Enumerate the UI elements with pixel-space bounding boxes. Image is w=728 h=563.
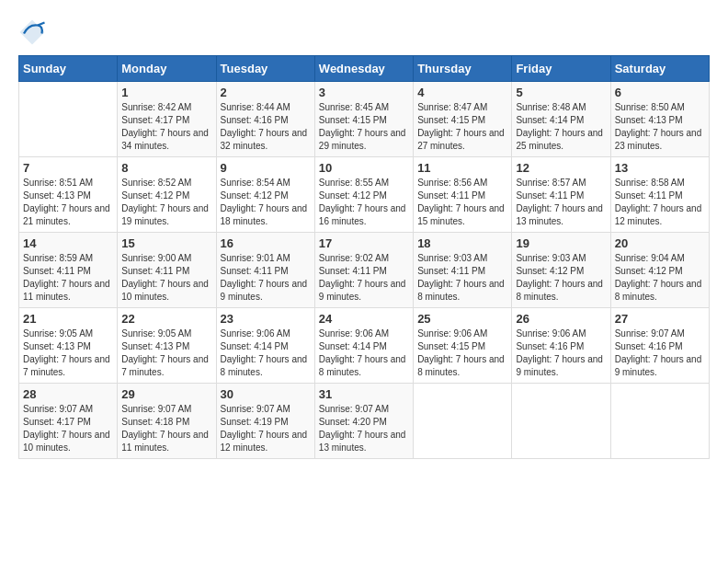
day-cell: 12 Sunrise: 8:57 AMSunset: 4:11 PMDaylig…: [512, 157, 610, 233]
day-cell: 22 Sunrise: 9:05 AMSunset: 4:13 PMDaylig…: [118, 308, 216, 384]
day-cell: 31 Sunrise: 9:07 AMSunset: 4:20 PMDaylig…: [314, 384, 413, 459]
day-number: 8: [121, 161, 211, 175]
day-info: Sunrise: 8:42 AMSunset: 4:17 PMDaylight:…: [121, 101, 211, 153]
weekday-header-monday: Monday: [118, 56, 216, 82]
day-cell: 18 Sunrise: 9:03 AMSunset: 4:11 PMDaylig…: [414, 233, 512, 308]
day-number: 12: [516, 161, 606, 175]
day-info: Sunrise: 9:04 AMSunset: 4:12 PMDaylight:…: [615, 252, 705, 304]
weekday-header-saturday: Saturday: [610, 56, 709, 82]
day-info: Sunrise: 9:03 AMSunset: 4:11 PMDaylight:…: [417, 252, 507, 304]
day-number: 24: [319, 312, 409, 326]
day-info: Sunrise: 9:06 AMSunset: 4:14 PMDaylight:…: [221, 327, 311, 379]
day-info: Sunrise: 8:54 AMSunset: 4:12 PMDaylight:…: [221, 177, 311, 228]
day-number: 10: [319, 161, 409, 175]
day-number: 18: [417, 236, 507, 250]
day-cell: 24 Sunrise: 9:06 AMSunset: 4:14 PMDaylig…: [314, 308, 413, 384]
weekday-header-tuesday: Tuesday: [216, 56, 314, 82]
day-cell: 1 Sunrise: 8:42 AMSunset: 4:17 PMDayligh…: [118, 82, 216, 157]
day-number: 3: [319, 86, 409, 99]
weekday-header-sunday: Sunday: [19, 56, 118, 82]
day-number: 5: [516, 86, 606, 99]
day-cell: 23 Sunrise: 9:06 AMSunset: 4:14 PMDaylig…: [216, 308, 314, 384]
day-info: Sunrise: 8:58 AMSunset: 4:11 PMDaylight:…: [615, 177, 705, 228]
day-cell: 3 Sunrise: 8:45 AMSunset: 4:15 PMDayligh…: [314, 82, 413, 157]
day-info: Sunrise: 9:07 AMSunset: 4:20 PMDaylight:…: [319, 403, 409, 454]
day-number: 1: [121, 86, 211, 99]
day-info: Sunrise: 9:07 AMSunset: 4:17 PMDaylight:…: [23, 403, 113, 454]
day-cell: 14 Sunrise: 8:59 AMSunset: 4:11 PMDaylig…: [19, 233, 118, 308]
day-number: 23: [221, 312, 311, 326]
day-number: 11: [417, 161, 507, 175]
day-info: Sunrise: 9:02 AMSunset: 4:11 PMDaylight:…: [319, 252, 409, 304]
day-info: Sunrise: 8:47 AMSunset: 4:15 PMDaylight:…: [417, 101, 507, 153]
page-header: [18, 18, 710, 46]
weekday-header-row: SundayMondayTuesdayWednesdayThursdayFrid…: [19, 56, 710, 82]
week-row-1: 1 Sunrise: 8:42 AMSunset: 4:17 PMDayligh…: [19, 82, 710, 157]
day-info: Sunrise: 9:06 AMSunset: 4:14 PMDaylight:…: [319, 327, 409, 379]
day-info: Sunrise: 8:50 AMSunset: 4:13 PMDaylight:…: [615, 101, 705, 153]
day-info: Sunrise: 8:51 AMSunset: 4:13 PMDaylight:…: [23, 177, 113, 228]
day-info: Sunrise: 8:55 AMSunset: 4:12 PMDaylight:…: [319, 177, 409, 228]
day-number: 15: [121, 236, 211, 250]
day-cell: 9 Sunrise: 8:54 AMSunset: 4:12 PMDayligh…: [216, 157, 314, 233]
day-cell: [19, 82, 118, 157]
day-number: 31: [319, 387, 409, 401]
day-cell: 21 Sunrise: 9:05 AMSunset: 4:13 PMDaylig…: [19, 308, 118, 384]
day-number: 9: [221, 161, 311, 175]
day-info: Sunrise: 9:07 AMSunset: 4:18 PMDaylight:…: [121, 403, 211, 454]
day-cell: 10 Sunrise: 8:55 AMSunset: 4:12 PMDaylig…: [314, 157, 413, 233]
day-cell: 2 Sunrise: 8:44 AMSunset: 4:16 PMDayligh…: [216, 82, 314, 157]
day-cell: 28 Sunrise: 9:07 AMSunset: 4:17 PMDaylig…: [19, 384, 118, 459]
day-cell: 26 Sunrise: 9:06 AMSunset: 4:16 PMDaylig…: [512, 308, 610, 384]
day-cell: 25 Sunrise: 9:06 AMSunset: 4:15 PMDaylig…: [414, 308, 512, 384]
day-number: 16: [221, 236, 311, 250]
weekday-header-friday: Friday: [512, 56, 610, 82]
day-number: 4: [417, 86, 507, 99]
day-number: 14: [23, 236, 113, 250]
day-cell: 29 Sunrise: 9:07 AMSunset: 4:18 PMDaylig…: [118, 384, 216, 459]
day-cell: 27 Sunrise: 9:07 AMSunset: 4:16 PMDaylig…: [610, 308, 709, 384]
day-info: Sunrise: 9:07 AMSunset: 4:19 PMDaylight:…: [221, 403, 311, 454]
day-info: Sunrise: 8:56 AMSunset: 4:11 PMDaylight:…: [417, 177, 507, 228]
day-number: 2: [221, 86, 311, 99]
day-info: Sunrise: 8:59 AMSunset: 4:11 PMDaylight:…: [23, 252, 113, 304]
day-number: 6: [615, 86, 705, 99]
day-info: Sunrise: 9:05 AMSunset: 4:13 PMDaylight:…: [121, 327, 211, 379]
day-info: Sunrise: 8:45 AMSunset: 4:15 PMDaylight:…: [319, 101, 409, 153]
day-number: 28: [23, 387, 113, 401]
day-number: 20: [615, 236, 705, 250]
day-cell: 19 Sunrise: 9:03 AMSunset: 4:12 PMDaylig…: [512, 233, 610, 308]
day-info: Sunrise: 9:05 AMSunset: 4:13 PMDaylight:…: [23, 327, 113, 379]
weekday-header-thursday: Thursday: [414, 56, 512, 82]
day-cell: 13 Sunrise: 8:58 AMSunset: 4:11 PMDaylig…: [610, 157, 709, 233]
day-cell: [512, 384, 610, 459]
day-cell: 5 Sunrise: 8:48 AMSunset: 4:14 PMDayligh…: [512, 82, 610, 157]
day-info: Sunrise: 8:48 AMSunset: 4:14 PMDaylight:…: [516, 101, 606, 153]
day-info: Sunrise: 9:03 AMSunset: 4:12 PMDaylight:…: [516, 252, 606, 304]
day-info: Sunrise: 9:01 AMSunset: 4:11 PMDaylight:…: [221, 252, 311, 304]
day-cell: 11 Sunrise: 8:56 AMSunset: 4:11 PMDaylig…: [414, 157, 512, 233]
day-cell: [610, 384, 709, 459]
day-number: 21: [23, 312, 113, 326]
day-number: 30: [221, 387, 311, 401]
day-cell: 16 Sunrise: 9:01 AMSunset: 4:11 PMDaylig…: [216, 233, 314, 308]
day-cell: 6 Sunrise: 8:50 AMSunset: 4:13 PMDayligh…: [610, 82, 709, 157]
day-info: Sunrise: 9:06 AMSunset: 4:15 PMDaylight:…: [417, 327, 507, 379]
day-number: 22: [121, 312, 211, 326]
day-number: 17: [319, 236, 409, 250]
day-cell: 15 Sunrise: 9:00 AMSunset: 4:11 PMDaylig…: [118, 233, 216, 308]
day-cell: 7 Sunrise: 8:51 AMSunset: 4:13 PMDayligh…: [19, 157, 118, 233]
logo-icon: [18, 18, 46, 46]
day-number: 7: [23, 161, 113, 175]
day-info: Sunrise: 9:00 AMSunset: 4:11 PMDaylight:…: [121, 252, 211, 304]
week-row-5: 28 Sunrise: 9:07 AMSunset: 4:17 PMDaylig…: [19, 384, 710, 459]
day-number: 27: [615, 312, 705, 326]
logo: [18, 18, 48, 46]
day-info: Sunrise: 8:44 AMSunset: 4:16 PMDaylight:…: [221, 101, 311, 153]
week-row-2: 7 Sunrise: 8:51 AMSunset: 4:13 PMDayligh…: [19, 157, 710, 233]
day-cell: 17 Sunrise: 9:02 AMSunset: 4:11 PMDaylig…: [314, 233, 413, 308]
day-cell: [414, 384, 512, 459]
day-cell: 8 Sunrise: 8:52 AMSunset: 4:12 PMDayligh…: [118, 157, 216, 233]
week-row-4: 21 Sunrise: 9:05 AMSunset: 4:13 PMDaylig…: [19, 308, 710, 384]
day-cell: 4 Sunrise: 8:47 AMSunset: 4:15 PMDayligh…: [414, 82, 512, 157]
